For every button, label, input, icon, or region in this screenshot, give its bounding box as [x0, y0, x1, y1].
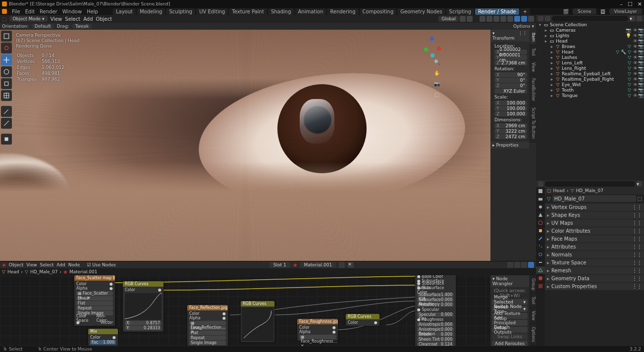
restrict-render-icon[interactable]: 📷 [638, 77, 643, 82]
node-rgb-curves-2[interactable]: RGB Curves [241, 301, 274, 342]
restrict-viewport-icon[interactable]: 👁 [633, 33, 638, 38]
snap-toggle[interactable] [460, 16, 466, 22]
node-graph[interactable]: Face_Scatter map Blender.jpg Color● Alph… [0, 275, 490, 346]
bsdf-socket[interactable]: Specular Tint0.000 [417, 312, 454, 317]
outliner-new-collection[interactable] [637, 16, 642, 21]
outliner-row[interactable]: ▸▽Lashes ▽👁📷 [536, 54, 644, 60]
ne-pin2[interactable] [521, 262, 527, 268]
options-dropdown[interactable]: Options ▾ [513, 24, 534, 29]
ptab-scene[interactable] [536, 211, 545, 219]
restrict-render-icon[interactable]: 📷 [638, 39, 643, 44]
window-close-button[interactable]: ✕ [638, 1, 642, 7]
restrict-render-icon[interactable]: 📷 [638, 28, 643, 33]
outliner-row[interactable]: ▸▽Head ▽ 🔧 ▽👁📷 [536, 49, 644, 54]
bsdf-socket[interactable]: Sheen Tint0.000 [417, 337, 454, 342]
axis-x-icon[interactable] [437, 47, 441, 50]
ne-node[interactable]: Node [68, 262, 80, 267]
zoom-icon[interactable]: 🔍 [433, 59, 441, 67]
outliner-row[interactable]: ▸▽Realtime_Eyeball_Right ▽👁📷 [536, 76, 644, 82]
workspace-tab[interactable]: Sculpting [166, 8, 195, 15]
ntab2-tool[interactable]: Tool [529, 294, 536, 308]
material-field[interactable]: Material.001 [300, 262, 336, 268]
outliner-row[interactable]: ▸▽Teeth ▽👁📷 [536, 87, 644, 93]
orientation-value[interactable]: Default [32, 24, 54, 29]
ptab-object[interactable] [536, 227, 545, 235]
ptab-world[interactable] [536, 219, 545, 227]
workspace-tab[interactable]: Geometry Nodes [397, 8, 445, 15]
workspace-tab[interactable]: Layout [113, 8, 136, 15]
prop-panel-header[interactable]: ▸UV Maps⋮⋮ [545, 219, 644, 227]
gizmo-toggle[interactable] [480, 16, 485, 22]
ne-type[interactable]: Object [9, 262, 23, 267]
transform-panel-header[interactable]: ▾ Transform⋮⋮ [490, 30, 529, 42]
nav-gizmo[interactable] [421, 37, 441, 56]
restrict-viewport-icon[interactable]: 👁 [633, 66, 638, 71]
bsdf-socket[interactable]: Anisotropic0.000 [417, 322, 454, 327]
ptab-render[interactable] [536, 187, 545, 195]
restrict-viewport-icon[interactable]: 👁 [633, 28, 638, 33]
outliner-row[interactable]: ▸▽Brows ▽👁📷 [536, 44, 644, 49]
tool-add-cube[interactable] [1, 134, 12, 145]
axis-y-icon[interactable] [424, 48, 428, 51]
restrict-render-icon[interactable]: 📷 [638, 66, 643, 71]
perspective-icon[interactable]: ⬚ [433, 92, 441, 100]
window-maximize-button[interactable]: ☐ [628, 1, 633, 7]
bsdf-socket[interactable]: ● Subsurface Color [417, 288, 454, 292]
location-y[interactable]: Y0.000001 cm [494, 55, 527, 60]
editor-type-icon[interactable]: ⬚ [2, 16, 6, 22]
tool-annotate[interactable] [1, 106, 12, 117]
workspace-tab[interactable]: Texture Paint [229, 8, 267, 15]
dim-x[interactable]: X2969 cm [494, 123, 527, 128]
pause-render[interactable] [528, 16, 534, 22]
outliner-search[interactable] [552, 16, 628, 21]
restrict-viewport-icon[interactable]: 👁 [633, 60, 638, 65]
prop-panel-header[interactable]: ▸Remesh⋮⋮ [545, 266, 644, 274]
workspace-tab[interactable]: Compositing [360, 8, 397, 15]
menu-edit[interactable]: Edit [25, 9, 35, 14]
ne-active[interactable] [528, 262, 534, 268]
prop-panel-header[interactable]: ▸Normals⋮⋮ [545, 251, 644, 258]
ne-pin[interactable] [339, 262, 345, 268]
bsdf-socket[interactable]: Subsurface Anisotropy0.000 [417, 298, 454, 302]
scale-y[interactable]: Y100.000 [494, 106, 527, 111]
object-toggle-icon[interactable]: ⬚ [638, 196, 642, 201]
node-image-texture-1[interactable]: Face_Scatter map Blender.jpg Color● Alph… [74, 275, 115, 326]
node-wrangler-header[interactable]: ▾ Node Wrangler [490, 275, 529, 287]
bc-mesh[interactable]: HD_Male_07 [576, 188, 603, 193]
ptab-constraints[interactable] [536, 258, 545, 266]
camera-icon[interactable]: 📷 [433, 81, 441, 89]
tool-select-box[interactable] [1, 31, 12, 42]
workspace-tab[interactable]: UV Editing [196, 8, 228, 15]
vp-menu-view[interactable]: View [51, 16, 62, 22]
outliner-row[interactable]: ▸▭Head👁📷 [536, 38, 644, 44]
tool-transform[interactable] [1, 90, 12, 101]
bsdf-socket[interactable]: ● Specular [417, 307, 454, 312]
restrict-viewport-icon[interactable]: 👁 [633, 44, 638, 49]
ne-unlink[interactable]: ✕ [348, 262, 354, 268]
bsdf-socket[interactable]: ● Base Color [417, 275, 454, 279]
ne-snap[interactable] [514, 262, 520, 268]
prop-panel-header[interactable]: ▸Custom Properties⋮⋮ [545, 282, 644, 290]
ntab-script[interactable]: Script To Button [529, 104, 536, 143]
bsdf-socket[interactable]: Anisotropic Rotation0.000 [417, 327, 454, 332]
restrict-viewport-icon[interactable]: 👁 [633, 93, 638, 98]
ntab2-options[interactable]: Options [529, 324, 536, 346]
vp-menu-select[interactable]: Select [65, 16, 80, 22]
node-image-texture-3[interactable]: Face_Roughness.jpg Color● Alpha● ▦ Face_… [297, 319, 338, 341]
restrict-viewport-icon[interactable]: 👁 [633, 88, 638, 93]
restrict-render-icon[interactable]: 📷 [638, 50, 643, 54]
use-nodes-checkbox[interactable]: ☑ Use Nodes [87, 262, 116, 267]
orientation-dropdown[interactable]: Global [438, 16, 459, 22]
axis-z-icon[interactable] [430, 37, 434, 41]
ptab-viewlayer[interactable] [536, 203, 545, 211]
outliner-row[interactable]: ▸▽Eye_Wet ▽👁📷 [536, 82, 644, 87]
ptab-texture[interactable] [536, 282, 545, 290]
bsdf-socket[interactable]: Sheen0.000 [417, 332, 454, 337]
ptab-physics[interactable] [536, 251, 545, 258]
bc-mesh[interactable]: HD_Male_07 [30, 269, 57, 274]
restrict-viewport-icon[interactable]: 👁 [633, 77, 638, 82]
scale-x[interactable]: X100.000 [494, 101, 527, 105]
slot-dropdown[interactable]: Slot 1 [269, 262, 290, 268]
ntab2-view[interactable]: View [529, 308, 536, 324]
overlay-toggle[interactable] [486, 16, 492, 22]
